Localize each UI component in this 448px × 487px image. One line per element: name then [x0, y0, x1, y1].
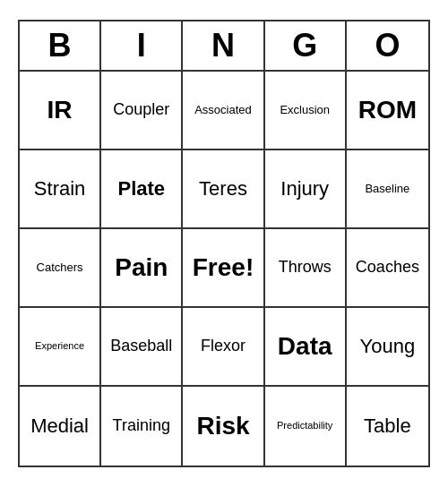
cell-text-11: Pain — [115, 252, 168, 283]
bingo-card: BINGO IRCouplerAssociatedExclusionROMStr… — [18, 20, 430, 467]
bingo-cell-5: Strain — [20, 150, 101, 229]
cell-text-22: Risk — [196, 411, 249, 441]
header-letter-I: I — [101, 21, 183, 70]
header-letter-G: G — [265, 21, 347, 70]
bingo-cell-18: Data — [265, 308, 347, 387]
bingo-cell-4: ROM — [347, 72, 428, 150]
cell-text-1: Coupler — [113, 100, 169, 120]
bingo-cell-23: Predictability — [265, 387, 347, 466]
header-letter-B: B — [20, 21, 101, 70]
cell-text-16: Baseball — [110, 337, 172, 356]
cell-text-14: Coaches — [356, 258, 419, 278]
bingo-cell-20: Medial — [20, 387, 101, 466]
cell-text-24: Table — [364, 414, 411, 438]
bingo-cell-0: IR — [20, 72, 101, 150]
cell-text-19: Young — [360, 335, 416, 358]
bingo-cell-22: Risk — [183, 387, 264, 466]
cell-text-3: Exclusion — [280, 103, 330, 117]
cell-text-20: Medial — [30, 414, 89, 438]
bingo-cell-9: Baseline — [347, 150, 428, 229]
bingo-cell-7: Teres — [183, 150, 264, 229]
bingo-grid: IRCouplerAssociatedExclusionROMStrainPla… — [20, 72, 428, 466]
header-letter-O: O — [347, 21, 428, 70]
bingo-cell-19: Young — [347, 308, 428, 387]
bingo-cell-6: Plate — [101, 150, 183, 229]
cell-text-9: Baseline — [365, 182, 409, 196]
bingo-cell-21: Training — [101, 387, 183, 466]
cell-text-13: Throws — [279, 258, 332, 278]
bingo-cell-16: Baseball — [101, 308, 183, 387]
header-letter-N: N — [183, 21, 264, 70]
cell-text-23: Predictability — [277, 420, 332, 431]
cell-text-0: IR — [47, 95, 73, 125]
bingo-cell-14: Coaches — [347, 229, 428, 308]
bingo-cell-3: Exclusion — [265, 72, 347, 150]
bingo-cell-12: Free! — [183, 229, 264, 308]
bingo-cell-24: Table — [347, 387, 428, 466]
bingo-header: BINGO — [20, 21, 428, 72]
bingo-cell-13: Throws — [265, 229, 347, 308]
cell-text-10: Catchers — [37, 261, 83, 275]
cell-text-12: Free! — [193, 252, 254, 283]
bingo-cell-11: Pain — [101, 229, 183, 308]
cell-text-8: Injury — [280, 177, 329, 201]
cell-text-21: Training — [113, 416, 170, 436]
bingo-cell-15: Experience — [20, 308, 101, 387]
cell-text-2: Associated — [194, 103, 252, 117]
cell-text-5: Strain — [34, 177, 85, 201]
cell-text-4: ROM — [358, 95, 417, 125]
cell-text-15: Experience — [35, 340, 84, 352]
cell-text-17: Flexor — [201, 337, 246, 356]
bingo-cell-1: Coupler — [101, 72, 183, 150]
cell-text-18: Data — [278, 331, 332, 362]
bingo-cell-10: Catchers — [20, 229, 101, 308]
cell-text-6: Plate — [117, 177, 165, 201]
bingo-cell-8: Injury — [265, 150, 347, 229]
bingo-cell-17: Flexor — [183, 308, 264, 387]
bingo-cell-2: Associated — [183, 72, 264, 150]
cell-text-7: Teres — [199, 177, 247, 201]
